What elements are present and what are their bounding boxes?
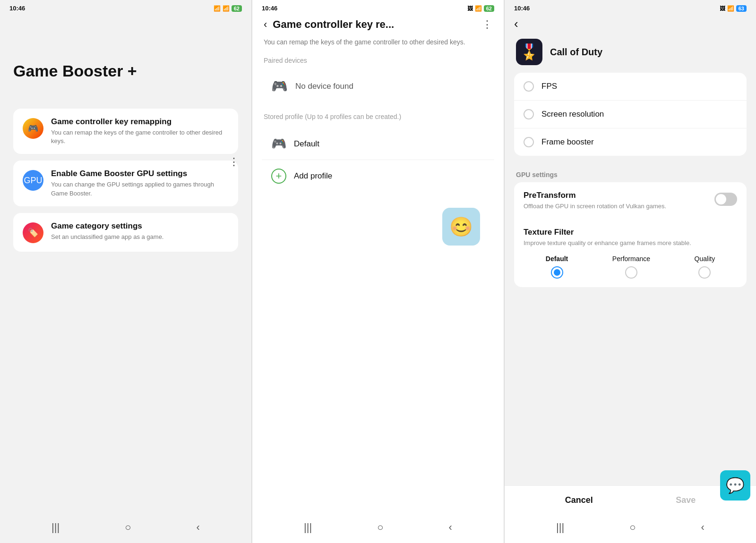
gpu-section-title: GPU settings bbox=[514, 163, 747, 182]
gpu-desc: You can change the GPU settings applied … bbox=[51, 180, 229, 197]
bottom-actions: Cancel Save bbox=[505, 485, 756, 515]
option-fps[interactable]: FPS bbox=[514, 73, 747, 100]
time-3: 10:46 bbox=[514, 5, 530, 12]
battery-2: 62 bbox=[484, 5, 494, 12]
key-remap-text: Game controller key remapping You can re… bbox=[51, 117, 229, 145]
panel3-content: 🎖️ Call of Duty FPS Screen resolution Fr… bbox=[505, 31, 756, 485]
controller-icon: 🎮 bbox=[271, 78, 288, 94]
pretransform-row: PreTransform Offload the GPU in screen r… bbox=[514, 182, 747, 219]
device-card: 🎮 No device found bbox=[262, 69, 494, 103]
wifi-icon-3: 📶 bbox=[727, 5, 734, 12]
status-bar-3: 10:46 🖼 📶 63 bbox=[505, 0, 756, 15]
radio-quality[interactable] bbox=[698, 266, 711, 279]
nav-bar-1: ||| ○ ‹ bbox=[0, 515, 251, 543]
page-subtitle-2: You can remap the keys of the game contr… bbox=[262, 33, 494, 57]
nav-bar-3: ||| ○ ‹ bbox=[505, 515, 756, 543]
key-remap-icon: 🎮 bbox=[23, 118, 43, 139]
page-header-2: ‹ Game controller key re... ⋮ bbox=[262, 15, 494, 33]
menu-item-key-remap[interactable]: 🎮 Game controller key remapping You can … bbox=[13, 109, 238, 154]
back-arrow-3[interactable]: ‹ bbox=[514, 17, 518, 31]
category-text: Game category settings Set an unclassifi… bbox=[51, 221, 229, 241]
app-title: Game Booster + bbox=[13, 62, 238, 80]
screenshot-icon-2: 🖼 bbox=[467, 5, 473, 12]
paired-label: Paired devices bbox=[262, 57, 494, 69]
no-device-text: No device found bbox=[295, 82, 353, 91]
wifi-icon-1: 📶 bbox=[214, 5, 221, 12]
game-icon: 🎖️ bbox=[516, 39, 542, 65]
radio-default[interactable] bbox=[551, 266, 563, 279]
option-resolution[interactable]: Screen resolution bbox=[514, 100, 747, 128]
stored-label: Stored profile (Up to 4 profiles can be … bbox=[262, 113, 494, 126]
signal-icon-1: 📶 bbox=[223, 5, 230, 12]
gpu-text: Enable Game Booster GPU settings You can… bbox=[51, 169, 229, 197]
nav-back-2[interactable]: ‹ bbox=[449, 521, 452, 534]
nav-bar-2: ||| ○ ‹ bbox=[252, 515, 504, 543]
cancel-button[interactable]: Cancel bbox=[565, 495, 593, 505]
default-profile-icon: 🎮 bbox=[271, 136, 286, 151]
radio-fps[interactable] bbox=[524, 81, 534, 92]
wifi-icon-2: 📶 bbox=[475, 5, 482, 12]
texture-options: Default Performance Quality bbox=[524, 255, 737, 279]
save-button[interactable]: Save bbox=[676, 495, 696, 505]
page-title-2: Game controller key re... bbox=[273, 18, 476, 31]
radio-performance[interactable] bbox=[625, 266, 637, 279]
game-header: 🎖️ Call of Duty bbox=[514, 31, 747, 73]
resolution-label: Screen resolution bbox=[541, 110, 604, 119]
emoji-decoration-3: 💬 bbox=[720, 470, 750, 501]
panel-game-booster: 10:46 📶 📶 62 Game Booster + ⋮ 🎮 Game con… bbox=[0, 0, 251, 543]
texture-performance-label: Performance bbox=[612, 255, 650, 263]
texture-quality[interactable]: Quality bbox=[695, 255, 715, 279]
texture-title: Texture Filter bbox=[524, 228, 737, 237]
more-options-icon[interactable]: ⋮ bbox=[229, 156, 240, 168]
gpu-card: PreTransform Offload the GPU in screen r… bbox=[514, 182, 747, 287]
texture-desc: Improve texture quality or enhance game … bbox=[524, 239, 737, 247]
panel2-content: ‹ Game controller key re... ⋮ You can re… bbox=[252, 15, 504, 515]
profile-default[interactable]: 🎮 Default bbox=[262, 128, 494, 160]
category-title: Game category settings bbox=[51, 221, 229, 231]
texture-performance[interactable]: Performance bbox=[612, 255, 650, 279]
nav-recents-3[interactable]: ||| bbox=[556, 521, 564, 534]
gpu-title: Enable Game Booster GPU settings bbox=[51, 169, 229, 178]
nav-recents-1[interactable]: ||| bbox=[52, 521, 60, 534]
nav-home-2[interactable]: ○ bbox=[377, 521, 383, 534]
radio-frame-booster[interactable] bbox=[524, 137, 534, 147]
add-profile[interactable]: + Add profile bbox=[262, 160, 494, 192]
emoji-decoration-2: 😊 bbox=[442, 208, 480, 246]
menu-item-gpu[interactable]: GPU Enable Game Booster GPU settings You… bbox=[13, 161, 238, 206]
texture-default-label: Default bbox=[546, 255, 568, 263]
texture-quality-label: Quality bbox=[695, 255, 715, 263]
add-icon: + bbox=[271, 169, 286, 184]
back-arrow-2[interactable]: ‹ bbox=[264, 18, 267, 31]
panel1-content: Game Booster + ⋮ 🎮 Game controller key r… bbox=[0, 15, 251, 515]
time-1: 10:46 bbox=[9, 5, 25, 12]
panel-key-remap: 10:46 🖼 📶 62 ‹ Game controller key re...… bbox=[252, 0, 504, 543]
status-bar-2: 10:46 🖼 📶 62 bbox=[252, 0, 504, 15]
add-profile-name: Add profile bbox=[294, 171, 332, 181]
options-card: FPS Screen resolution Frame booster bbox=[514, 73, 747, 156]
key-remap-title: Game controller key remapping bbox=[51, 117, 229, 127]
nav-home-3[interactable]: ○ bbox=[629, 521, 636, 534]
nav-back-3[interactable]: ‹ bbox=[701, 521, 704, 534]
gpu-icon: GPU bbox=[23, 170, 43, 191]
pretransform-toggle[interactable] bbox=[714, 193, 737, 206]
battery-1: 62 bbox=[232, 5, 242, 12]
radio-resolution[interactable] bbox=[524, 109, 534, 119]
fps-label: FPS bbox=[541, 82, 557, 91]
game-name: Call of Duty bbox=[550, 47, 602, 58]
frame-booster-label: Frame booster bbox=[541, 137, 594, 147]
more-dots-2[interactable]: ⋮ bbox=[482, 18, 492, 31]
menu-item-category[interactable]: 🏷️ Game category settings Set an unclass… bbox=[13, 213, 238, 252]
nav-home-1[interactable]: ○ bbox=[125, 521, 131, 534]
category-desc: Set an unclassified game app as a game. bbox=[51, 233, 229, 241]
pretransform-title: PreTransform bbox=[524, 191, 714, 200]
category-icon: 🏷️ bbox=[23, 222, 43, 243]
status-bar-1: 10:46 📶 📶 62 bbox=[0, 0, 251, 15]
texture-section: Texture Filter Improve texture quality o… bbox=[514, 219, 747, 287]
time-2: 10:46 bbox=[262, 5, 277, 12]
nav-recents-2[interactable]: ||| bbox=[304, 521, 312, 534]
option-frame-booster[interactable]: Frame booster bbox=[514, 128, 747, 156]
key-remap-desc: You can remap the keys of the game contr… bbox=[51, 128, 229, 145]
panel-game-settings: 10:46 🖼 📶 63 ‹ 🎖️ Call of Duty FPS Scree… bbox=[505, 0, 756, 543]
nav-back-1[interactable]: ‹ bbox=[197, 521, 200, 534]
texture-default[interactable]: Default bbox=[546, 255, 568, 279]
